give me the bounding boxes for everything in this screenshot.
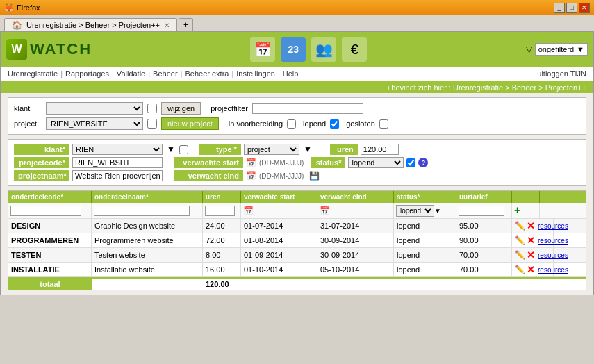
resources-link[interactable]: resources: [538, 222, 568, 230]
row-name: Graphic Design website: [92, 219, 203, 233]
delete-button[interactable]: ✕: [527, 235, 535, 246]
nav-beheer-extra[interactable]: Beheer extra: [185, 69, 229, 78]
active-tab[interactable]: 🏠 Urenregistratie > Beheer > Projecten++…: [4, 18, 177, 31]
nav-urenregistratie[interactable]: Urenregistratie: [8, 69, 58, 78]
in-voorbereiding-checkbox[interactable]: [287, 119, 296, 129]
filter-dropdown[interactable]: ongefilterd ▼: [535, 43, 588, 56]
nav-help[interactable]: Help: [283, 69, 299, 78]
logo-text: WATCH: [30, 40, 92, 58]
col-actions: [512, 191, 540, 203]
row-name: Testen website: [92, 248, 203, 262]
table-row: TESTEN Testen website 8.00 01-09-2014 30…: [8, 248, 586, 263]
delete-button[interactable]: ✕: [527, 249, 535, 260]
projectnaam-input[interactable]: [72, 170, 163, 181]
new-uren-input[interactable]: [205, 206, 235, 216]
save-icon[interactable]: 💾: [309, 171, 320, 181]
resources-link[interactable]: resources: [538, 266, 568, 274]
wijzigen-button[interactable]: wijzigen: [161, 102, 201, 115]
gesloten-checkbox[interactable]: [379, 119, 388, 129]
resources-link[interactable]: resources: [538, 237, 568, 245]
row-tarief: 95.00: [456, 219, 512, 233]
filter-chevron-icon: ▼: [577, 45, 584, 53]
verwachte-start-label: verwachte start: [174, 157, 243, 168]
row-actions: ✏️ ✕ resources: [512, 233, 554, 247]
users-icon-btn[interactable]: 👥: [311, 37, 336, 62]
firefox-icon: 🦊: [4, 3, 14, 13]
status-checkbox[interactable]: [406, 158, 415, 167]
new-name-input[interactable]: [94, 206, 190, 216]
subparts-input-row: 📅 📅 lopend ▼ +: [8, 203, 586, 219]
uren-input[interactable]: [361, 144, 399, 155]
maximize-button[interactable]: □: [566, 3, 577, 13]
klant-form-label: klant*: [14, 144, 69, 155]
row-uren: 72.00: [203, 233, 241, 247]
close-button[interactable]: ✕: [579, 3, 590, 13]
row-veind: 31-07-2014: [317, 219, 394, 233]
header-icons: 📅 23 👥 €: [250, 37, 367, 62]
row-tarief: 90.00: [456, 233, 512, 247]
row-tarief: 70.00: [456, 263, 512, 276]
new-eind-calendar-icon[interactable]: 📅: [320, 206, 330, 215]
new-tarief-input[interactable]: [459, 206, 504, 216]
nav-items: Urenregistratie | Rapportages | Validati…: [8, 69, 298, 78]
nav-instellingen[interactable]: Instellingen: [236, 69, 275, 78]
new-status-select[interactable]: lopend: [396, 205, 434, 217]
project-form: klant* RIEN ▼ type * project ▼ uren proj…: [8, 139, 586, 186]
col-onderdeelnaam: onderdeelnaam*: [92, 191, 203, 203]
browser-chrome: 🏠 Urenregistratie > Beheer > Projecten++…: [0, 15, 594, 31]
add-row-button[interactable]: +: [514, 204, 520, 217]
filter-project-row: project RIEN_WEBSITE nieuw project in vo…: [14, 117, 580, 130]
filter-section: klant wijzigen projectfilter project RIE…: [8, 97, 586, 135]
verwachte-start-calendar-icon[interactable]: 📅: [246, 158, 256, 167]
projectfilter-input[interactable]: [252, 103, 363, 114]
status-select[interactable]: lopend: [348, 157, 404, 168]
new-tab-button[interactable]: +: [179, 18, 193, 31]
date-icon-btn[interactable]: 23: [281, 37, 306, 62]
edit-icon[interactable]: ✏️: [515, 250, 525, 260]
row-code: PROGRAMMEREN: [8, 233, 92, 247]
project-checkbox[interactable]: [147, 119, 157, 129]
nav-rapportages[interactable]: Rapportages: [65, 69, 109, 78]
klant-select[interactable]: [46, 102, 143, 115]
type-select[interactable]: project: [244, 144, 299, 155]
nieuw-project-button[interactable]: nieuw project: [161, 117, 219, 130]
klant-checkbox[interactable]: [147, 104, 157, 113]
tab-close-icon[interactable]: ✕: [164, 22, 170, 29]
edit-icon[interactable]: ✏️: [515, 221, 525, 231]
col-verwachte-start: verwachte start: [241, 191, 317, 203]
klant-form-select[interactable]: RIEN: [72, 144, 163, 155]
row-actions: ✏️ ✕ resources: [512, 263, 554, 276]
project-select[interactable]: RIEN_WEBSITE: [46, 117, 143, 130]
subparts-totaal: totaal 120.00: [8, 277, 586, 290]
lopend-label: lopend: [303, 119, 326, 128]
verwacht-eind-label: verwacht eind: [174, 170, 243, 181]
navbar: Urenregistratie | Rapportages | Validati…: [1, 67, 593, 82]
new-code-input[interactable]: [10, 206, 81, 216]
euro-icon-btn[interactable]: €: [342, 37, 367, 62]
row-vstart: 01-07-2014: [241, 219, 317, 233]
in-voorbereiding-label: in voorbereiding: [229, 119, 283, 128]
lopend-checkbox[interactable]: [330, 119, 339, 129]
edit-icon[interactable]: ✏️: [515, 265, 525, 274]
delete-button[interactable]: ✕: [527, 264, 535, 275]
calendar-icon-btn[interactable]: 📅: [250, 37, 275, 62]
new-start-calendar-icon[interactable]: 📅: [243, 206, 254, 215]
edit-icon[interactable]: ✏️: [515, 235, 525, 245]
app-logo: W WATCH: [6, 39, 92, 60]
status-label: status*: [311, 157, 345, 168]
date-format-2: (DD-MM-JJJJ): [259, 172, 304, 180]
totaal-rest: [241, 279, 586, 290]
minimize-button[interactable]: _: [554, 3, 565, 13]
delete-button[interactable]: ✕: [527, 220, 535, 231]
row-code: DESIGN: [8, 219, 92, 233]
klant-form-checkbox[interactable]: [179, 145, 188, 154]
projectcode-input[interactable]: [72, 157, 163, 168]
resources-link[interactable]: resources: [538, 251, 568, 259]
verwacht-eind-calendar-icon[interactable]: 📅: [246, 171, 256, 181]
logout-link[interactable]: uitloggen TIJN: [537, 69, 586, 78]
help-icon[interactable]: ?: [418, 158, 428, 167]
row-tarief: 70.00: [456, 248, 512, 262]
nav-validatie[interactable]: Validatie: [117, 69, 145, 78]
filter-icon: ▽: [526, 44, 532, 54]
nav-beheer[interactable]: Beheer: [153, 69, 177, 78]
